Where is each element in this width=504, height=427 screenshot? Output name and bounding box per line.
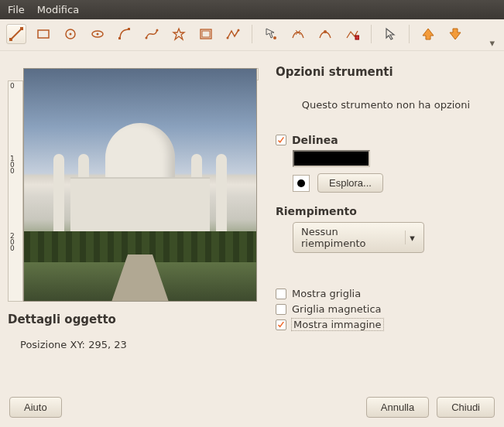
svg-rect-3	[38, 30, 49, 38]
cancel-button[interactable]: Annulla	[366, 397, 429, 418]
outline-color-swatch[interactable]	[293, 150, 370, 167]
toolbar-separator	[252, 25, 252, 43]
svg-point-14	[227, 37, 229, 39]
canvas-area: 0 100 200 0 1 0 0 2 0 0	[8, 68, 259, 302]
svg-point-7	[97, 33, 99, 36]
position-label: Posizione XY:	[20, 339, 85, 350]
polyline-tool[interactable]	[223, 24, 243, 44]
circle-tool[interactable]	[87, 24, 108, 44]
details-title: Dettagli oggetto	[8, 313, 263, 326]
rectangle-tool[interactable]	[33, 24, 53, 44]
outline-label: Delinea	[292, 134, 338, 146]
magnetic-grid-label: Griglia magnetica	[292, 303, 382, 315]
add-point-tool[interactable]	[315, 24, 335, 44]
dialog-footer: Aiuto Annulla Chiudi	[0, 391, 504, 427]
outline-pattern-swatch[interactable]	[293, 175, 310, 192]
chevron-down-icon: ▾	[405, 231, 419, 244]
svg-rect-2	[20, 27, 23, 30]
magnetic-grid-checkbox[interactable]	[276, 304, 286, 315]
ellipse-tool[interactable]	[60, 24, 81, 44]
svg-point-15	[238, 29, 240, 32]
menubar: File Modifica	[0, 0, 504, 19]
move-up-button[interactable]	[418, 24, 438, 44]
position-value: 295, 23	[88, 339, 127, 350]
image-canvas[interactable]	[23, 68, 257, 302]
svg-rect-1	[9, 38, 12, 41]
svg-point-5	[70, 33, 72, 36]
svg-point-10	[146, 37, 148, 39]
menu-file[interactable]: File	[5, 2, 28, 17]
fill-title: Riempimento	[276, 205, 496, 217]
svg-line-0	[11, 29, 22, 39]
tool-options-hint: Questo strumento non ha opzioni	[276, 99, 496, 111]
object-details: Dettagli oggetto Posizione XY: 295, 23	[8, 313, 263, 350]
explore-button[interactable]: Esplora...	[317, 173, 383, 193]
help-button[interactable]: Aiuto	[9, 397, 62, 418]
delete-point-tool[interactable]	[288, 24, 308, 44]
svg-rect-20	[355, 36, 359, 39]
svg-point-16	[273, 36, 276, 39]
outline-checkbox[interactable]	[276, 135, 286, 145]
bezier-tool[interactable]	[142, 24, 162, 44]
show-image-checkbox[interactable]	[276, 319, 286, 330]
toolbar-overflow-icon[interactable]: ▾	[489, 37, 495, 49]
svg-rect-13	[202, 31, 210, 37]
image-tool[interactable]	[196, 24, 216, 44]
menu-edit[interactable]: Modifica	[34, 2, 82, 17]
close-button[interactable]: Chiudi	[437, 397, 495, 418]
show-grid-label: Mostra griglia	[292, 288, 361, 299]
move-down-button[interactable]	[445, 24, 465, 44]
svg-point-19	[324, 30, 327, 33]
pointer-tool[interactable]	[380, 24, 400, 44]
line-tool[interactable]	[6, 24, 26, 44]
svg-rect-9	[128, 28, 130, 30]
move-point-tool[interactable]	[261, 24, 281, 44]
tool-options-title: Opzioni strumenti	[276, 65, 496, 79]
svg-rect-8	[118, 37, 121, 39]
svg-point-11	[156, 29, 159, 32]
ruler-vertical: 0 1 0 0 2 0 0	[8, 80, 23, 302]
toolbar-separator	[409, 25, 410, 43]
show-grid-checkbox[interactable]	[276, 289, 286, 299]
star-tool[interactable]	[169, 24, 189, 44]
fill-select-value: Nessun riempimento	[301, 226, 405, 249]
toolbar-separator	[371, 25, 372, 43]
toolbar	[0, 19, 504, 51]
show-image-label: Mostra immagine	[292, 319, 383, 330]
fill-select[interactable]: Nessun riempimento ▾	[293, 222, 424, 253]
remove-segment-tool[interactable]	[342, 24, 362, 44]
arc-tool[interactable]	[115, 24, 135, 44]
